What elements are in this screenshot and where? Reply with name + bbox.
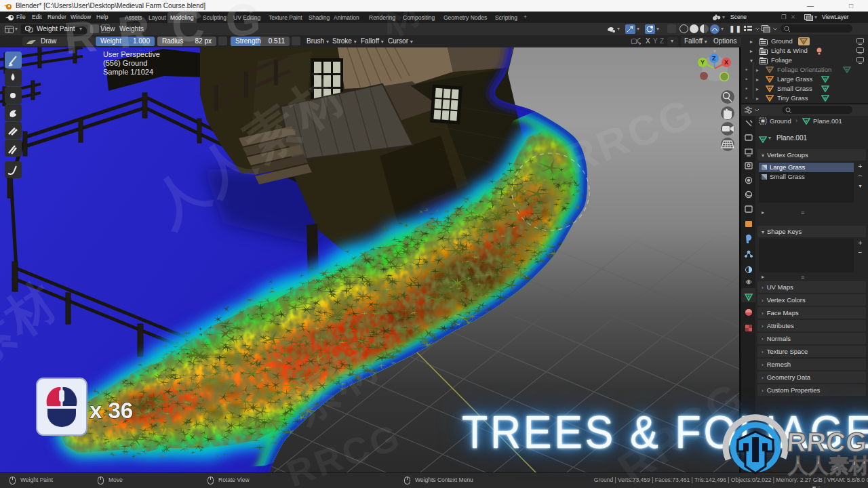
svg-text:Y: Y [701, 59, 705, 66]
svg-text:RRCG: RRCG [786, 427, 868, 457]
svg-text:(556) Ground: (556) Ground [103, 59, 147, 67]
svg-text:人人素材: 人人素材 [787, 454, 868, 476]
svg-text:Z: Z [712, 55, 716, 62]
svg-text:x 36: x 36 [90, 398, 133, 423]
svg-text:X: X [724, 59, 728, 66]
svg-text:Sample 1/1024: Sample 1/1024 [103, 68, 153, 76]
